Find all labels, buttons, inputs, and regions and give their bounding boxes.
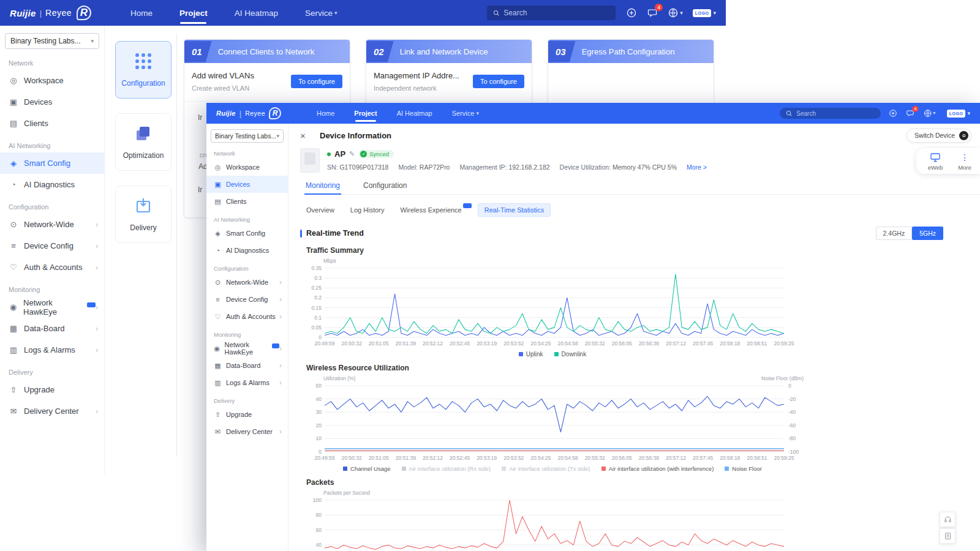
logs-alarms-icon: ▥ <box>214 379 222 387</box>
sidebar-item-workspace[interactable]: ◎ Workspace <box>0 70 104 91</box>
nav-item-home[interactable]: Home <box>117 0 166 26</box>
add-button[interactable] <box>889 110 897 118</box>
tab-configuration[interactable]: Configuration <box>362 179 408 194</box>
nav-item-project[interactable]: Project <box>166 0 221 26</box>
sidebar-item-devices[interactable]: ▣ Devices <box>206 176 288 193</box>
sidebar-group-label: Configuration <box>0 195 104 214</box>
sidebar-item-data-board[interactable]: ▦ Data-Board › <box>206 357 288 374</box>
sidebar-item-network-hawkeye[interactable]: ◉ Network HawkEye › <box>206 340 288 357</box>
svg-text:20:56:38: 20:56:38 <box>639 455 659 461</box>
sidebar-item-data-board[interactable]: ▦ Data-Board › <box>0 318 104 339</box>
org-selector[interactable]: Binary Testing Labs...▾ <box>5 33 99 49</box>
legend-channel-usage[interactable]: Channel Usage <box>343 465 391 472</box>
sidebar-item-delivery-center[interactable]: ✉ Delivery Center › <box>0 400 104 422</box>
nav-item-project[interactable]: Project <box>344 103 386 124</box>
sidebar-item-auth-accounts[interactable]: ♡ Auth & Accounts › <box>206 308 288 325</box>
sidebar-item-network-wide[interactable]: ⊙ Network-Wide › <box>206 274 288 291</box>
svg-text:-40: -40 <box>788 409 796 415</box>
svg-text:20:54:25: 20:54:25 <box>530 340 551 347</box>
sidebar-item-ai-diagnostics[interactable]: ◔ AI Diagnostics <box>206 242 288 259</box>
card-number: 02 <box>366 41 394 62</box>
add-button[interactable] <box>627 8 636 18</box>
sidebar-item-delivery-center[interactable]: ✉ Delivery Center › <box>206 423 288 440</box>
sidebar-item-network-wide[interactable]: ⊙ Network-Wide › <box>0 214 104 235</box>
sidebar-item-auth-accounts[interactable]: ♡ Auth & Accounts › <box>0 257 104 278</box>
search-icon <box>493 10 500 17</box>
sidebar-item-smart-config[interactable]: ◈ Smart Config <box>0 152 104 174</box>
nav-item-ai-heatmap[interactable]: AI Heatmap <box>221 0 292 26</box>
messages-button[interactable]: 4 <box>907 110 914 118</box>
org-selector[interactable]: Binary Testing Labs...▾ <box>211 129 284 143</box>
to-configure-button[interactable]: To configure <box>473 75 524 88</box>
search-input[interactable]: Search <box>780 108 881 119</box>
subtab-real-time-statistics[interactable]: Real-Time Statistics <box>478 203 551 217</box>
account-avatar[interactable]: LOGO▾ <box>947 110 970 118</box>
stage-delivery[interactable]: Delivery <box>115 186 172 243</box>
messages-button[interactable]: 4 <box>647 8 657 18</box>
close-icon[interactable]: × <box>300 130 312 141</box>
sidebar-item-logs-alarms[interactable]: ▥ Logs & Alarms › <box>0 339 104 361</box>
ai-diagnostics-icon: ◔ <box>214 247 222 254</box>
legend-downlink[interactable]: Downlink <box>554 351 587 358</box>
legend-air-interface-utilization-with-interference[interactable]: Air interface utilization (with interfer… <box>601 465 714 472</box>
legend-air-interface-utilization-tx-side[interactable]: Air interface utilization (Tx side) <box>502 465 590 472</box>
sidebar-item-clients[interactable]: ▤ Clients <box>206 193 288 210</box>
sidebar-item-device-config[interactable]: ≡ Device Config › <box>0 235 104 257</box>
nav-item-service[interactable]: Service▾ <box>292 0 351 26</box>
stage-configuration[interactable]: Configuration <box>115 41 172 99</box>
sidebar-item-ai-diagnostics[interactable]: ◔ AI Diagnostics <box>0 174 104 195</box>
band-2-4ghz[interactable]: 2.4GHz <box>876 227 913 240</box>
stage-optimization[interactable]: Optimization <box>115 113 172 171</box>
nav-item-ai-heatmap[interactable]: AI Heatmap <box>387 103 442 124</box>
sidebar-item-clients[interactable]: ▤ Clients <box>0 113 104 134</box>
nav-item-service[interactable]: Service▾ <box>442 103 489 124</box>
to-configure-button[interactable]: To configure <box>291 75 342 88</box>
smart-config-icon: ◈ <box>214 230 222 238</box>
svg-text:0.35: 0.35 <box>311 265 322 271</box>
subtab-log-history[interactable]: Log History <box>350 206 385 214</box>
account-avatar[interactable]: LOGO▾ <box>693 9 716 17</box>
config-row: Add wired VLANsCreate wired VLAN To conf… <box>184 63 350 102</box>
switch-device-button[interactable]: Switch Device ⊜ <box>907 129 971 143</box>
sidebar-item-network-hawkeye[interactable]: ◉ Network HawkEye › <box>0 296 104 318</box>
chart-title-wireless-resource: Wireless Resource Utilization <box>306 364 980 372</box>
eweb-button[interactable]: eWeb <box>926 152 944 171</box>
nav-item-home[interactable]: Home <box>307 103 344 124</box>
devices-icon: ▣ <box>9 97 18 107</box>
sidebar-group-label: Delivery <box>206 391 288 406</box>
search-input[interactable]: Search <box>487 6 616 20</box>
language-button[interactable]: ▾ <box>924 110 936 118</box>
chevron-down-icon: ▾ <box>91 38 94 44</box>
sidebar-group-label: AI Networking <box>206 210 288 225</box>
svg-text:20: 20 <box>316 422 322 429</box>
svg-text:20:53:19: 20:53:19 <box>477 340 497 347</box>
more-button[interactable]: ⋮ More <box>956 152 974 171</box>
legend-noise-floor[interactable]: Noise Floor <box>725 465 762 472</box>
sidebar-group-label: Monitoring <box>206 325 288 340</box>
data-board-icon: ▦ <box>214 362 222 370</box>
chevron-down-icon: ▾ <box>967 110 970 116</box>
sidebar-item-upgrade[interactable]: ⇧ Upgrade <box>206 406 288 423</box>
sidebar-item-workspace[interactable]: ◎ Workspace <box>206 159 288 176</box>
sidebar-item-smart-config[interactable]: ◈ Smart Config <box>206 225 288 242</box>
sidebar-item-logs-alarms[interactable]: ▥ Logs & Alarms › <box>206 374 288 391</box>
more-link[interactable]: More > <box>687 163 707 171</box>
chevron-down-icon: ▾ <box>476 110 479 116</box>
support-chat-button[interactable] <box>940 512 956 527</box>
sidebar-item-upgrade[interactable]: ⇧ Upgrade <box>0 379 104 400</box>
upgrade-icon: ⇧ <box>9 385 18 394</box>
new-badge <box>463 203 472 208</box>
legend-uplink[interactable]: Uplink <box>519 351 543 358</box>
tab-monitoring[interactable]: Monitoring <box>304 179 341 194</box>
edit-icon[interactable]: ✎ <box>349 150 355 158</box>
language-button[interactable]: ▾ <box>668 8 683 18</box>
device-information-content: × Device Information Switch Device ⊜ AP … <box>288 124 980 551</box>
legend-air-interface-utilization-rx-side[interactable]: Air interface utilization (Rx side) <box>402 465 491 472</box>
sidebar-item-devices[interactable]: ▣ Devices <box>0 91 104 113</box>
feedback-button[interactable] <box>940 528 956 544</box>
band-5ghz[interactable]: 5GHz <box>912 227 943 240</box>
subtab-wireless-experience[interactable]: Wireless Experience <box>400 206 461 214</box>
clients-icon: ▤ <box>214 198 222 206</box>
subtab-overview[interactable]: Overview <box>306 206 334 214</box>
sidebar-item-device-config[interactable]: ≡ Device Config › <box>206 291 288 308</box>
